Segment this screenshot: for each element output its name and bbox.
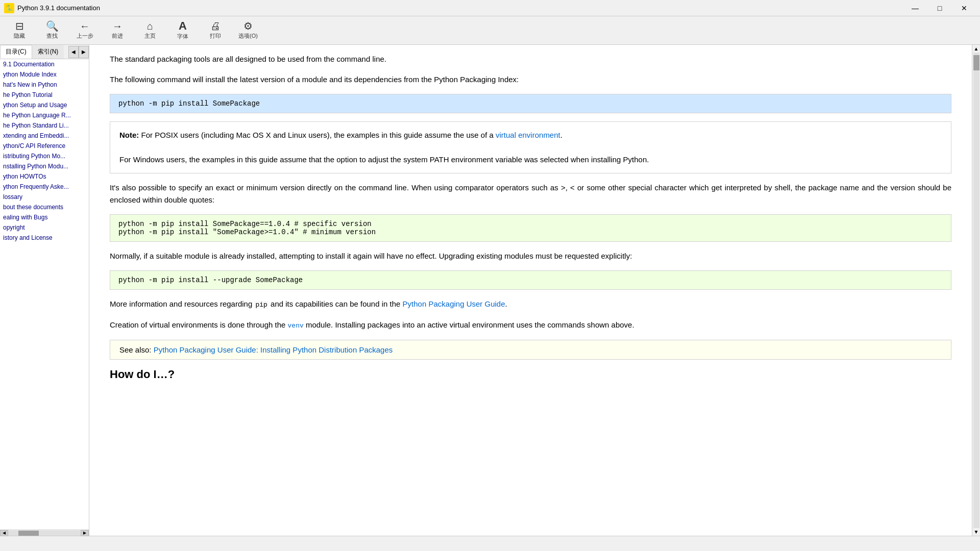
sidebar-scrollbar[interactable]: ◀ ▶ [0,530,89,536]
note-text-2: . [560,131,562,139]
sidebar-item-8[interactable]: ython/C API Reference [0,141,89,151]
see-also-bold: See also: [119,345,152,354]
options-button[interactable]: ⚙ 选项(O) [233,18,263,43]
note-para-2: For Windows users, the examples in this … [119,154,942,166]
sidebar-item-1[interactable]: ython Module Index [0,69,89,80]
forward-button[interactable]: → 前进 [102,18,133,43]
window-title: Python 3.9.1 documentation [17,4,903,12]
code-3-text: python -m pip install --upgrade SomePack… [118,276,303,284]
forward-label: 前进 [112,32,123,40]
para-6-end: module. Installing packages into an acti… [304,320,634,329]
minimize-button[interactable]: — [903,0,927,16]
sidebar-item-17[interactable]: istory and License [0,233,89,243]
sidebar-item-3[interactable]: he Python Tutorial [0,90,89,100]
code-block-3[interactable]: python -m pip install --upgrade SomePack… [110,270,951,290]
font-label: 字体 [177,33,188,40]
options-icon: ⚙ [243,21,253,31]
para-4: Normally, if a suitable module is alread… [110,250,951,262]
status-bar [0,536,980,551]
pip-inline: pip [254,301,268,309]
sidebar-item-7[interactable]: xtending and Embeddi... [0,131,89,141]
scroll-up-button[interactable]: ▲ [973,45,980,53]
see-also-box: See also: Python Packaging User Guide: I… [110,340,951,360]
para-1: The standard packaging tools are all des… [110,53,951,65]
para-5: More information and resources regarding… [110,298,951,311]
search-label: 查找 [46,32,58,40]
sidebar-tabs: 目录(C) 索引(N) ◀ ▶ [0,45,89,59]
maximize-button[interactable]: □ [928,0,951,16]
print-button[interactable]: 🖨 打印 [200,18,231,43]
home-label: 主页 [144,32,156,40]
sidebar-item-4[interactable]: ython Setup and Usage [0,100,89,110]
forward-icon: → [112,21,122,31]
back-button[interactable]: ← 上一步 [69,18,100,43]
sidebar-item-2[interactable]: hat's New in Python [0,80,89,90]
toolbar: ⊟ 隐藏 🔍 查找 ← 上一步 → 前进 ⌂ 主页 A 字体 🖨 打印 ⚙ 选项… [0,16,980,45]
code-1-text: python -m pip install SomePackage [118,99,260,108]
para-6: Creation of virtual environments is done… [110,319,951,332]
print-label: 打印 [210,32,221,40]
code-block-1[interactable]: python -m pip install SomePackage [110,94,951,113]
sidebar-scrollbar-thumb[interactable] [18,531,39,536]
title-bar: 🐍 Python 3.9.1 documentation — □ ✕ [0,0,980,16]
home-button[interactable]: ⌂ 主页 [135,18,165,43]
note-box: Note: For POSIX users (including Mac OS … [110,121,951,173]
scrollbar-track[interactable] [973,53,979,528]
window-controls: — □ ✕ [903,0,976,16]
note-line-1: Note: For POSIX users (including Mac OS … [119,129,942,141]
para-5-mid: and its capabilities can be found in the [268,299,403,308]
sidebar-item-16[interactable]: opyright [0,222,89,233]
back-icon: ← [80,21,90,31]
para-3: It's also possible to specify an exact o… [110,182,951,206]
code-2-line-2: python -m pip install "SomePackage>=1.0.… [118,228,943,236]
code-2-line-1: python -m pip install SomePackage==1.0.4… [118,220,943,228]
sidebar-scroll-right[interactable]: ▶ [81,530,89,536]
content-area[interactable]: The standard packaging tools are all des… [89,45,972,536]
sidebar: 目录(C) 索引(N) ◀ ▶ 9.1 Documentation ython … [0,45,89,536]
sidebar-scrollbar-track[interactable] [8,531,81,536]
font-icon: A [179,20,187,32]
tab-index[interactable]: 索引(N) [32,45,64,59]
main-layout: 目录(C) 索引(N) ◀ ▶ 9.1 Documentation ython … [0,45,980,536]
right-scrollbar[interactable]: ▲ ▼ [972,45,980,536]
font-button[interactable]: A 字体 [167,18,198,43]
sidebar-item-13[interactable]: lossary [0,192,89,202]
back-label: 上一步 [77,32,93,40]
sidebar-nav-back[interactable]: ◀ [68,46,79,58]
venv-link[interactable]: venv [288,322,304,330]
para-5-pre: More information and resources regarding [110,299,254,308]
virtual-environment-link[interactable]: virtual environment [496,131,560,139]
sidebar-item-11[interactable]: ython HOWTOs [0,171,89,182]
sidebar-nav-forward[interactable]: ▶ [79,46,89,58]
sidebar-scroll-left[interactable]: ◀ [0,530,8,536]
hide-label: 隐藏 [14,32,25,40]
app-icon: 🐍 [4,3,14,13]
pypi-link[interactable]: Python Packaging User Guide [403,299,505,308]
sidebar-list: 9.1 Documentation ython Module Index hat… [0,59,89,530]
sidebar-item-6[interactable]: he Python Standard Li... [0,120,89,131]
scrollbar-thumb[interactable] [973,55,979,70]
para-6-pre: Creation of virtual environments is done… [110,320,288,329]
hide-button[interactable]: ⊟ 隐藏 [4,18,35,43]
tab-contents[interactable]: 目录(C) [0,45,32,59]
search-button[interactable]: 🔍 查找 [37,18,67,43]
sidebar-item-14[interactable]: bout these documents [0,202,89,212]
note-text-1: For POSIX users (including Mac OS X and … [139,131,496,139]
sidebar-item-0[interactable]: 9.1 Documentation [0,59,89,69]
sidebar-item-9[interactable]: istributing Python Mo... [0,151,89,161]
section-heading: How do I…? [110,368,951,381]
print-icon: 🖨 [210,21,220,31]
close-button[interactable]: ✕ [952,0,976,16]
scroll-down-button[interactable]: ▼ [973,528,980,536]
para-2: The following command will install the l… [110,73,951,86]
sidebar-item-10[interactable]: nstalling Python Modu... [0,161,89,171]
sidebar-item-5[interactable]: he Python Language R... [0,110,89,120]
code-block-2[interactable]: python -m pip install SomePackage==1.0.4… [110,214,951,242]
see-also-link[interactable]: Python Packaging User Guide: Installing … [154,345,393,354]
home-icon: ⌂ [147,21,153,31]
sidebar-item-15[interactable]: ealing with Bugs [0,212,89,222]
sidebar-item-12[interactable]: ython Frequently Aske... [0,182,89,192]
search-icon: 🔍 [46,21,59,31]
note-bold: Note: [119,131,139,139]
hide-icon: ⊟ [15,21,24,31]
